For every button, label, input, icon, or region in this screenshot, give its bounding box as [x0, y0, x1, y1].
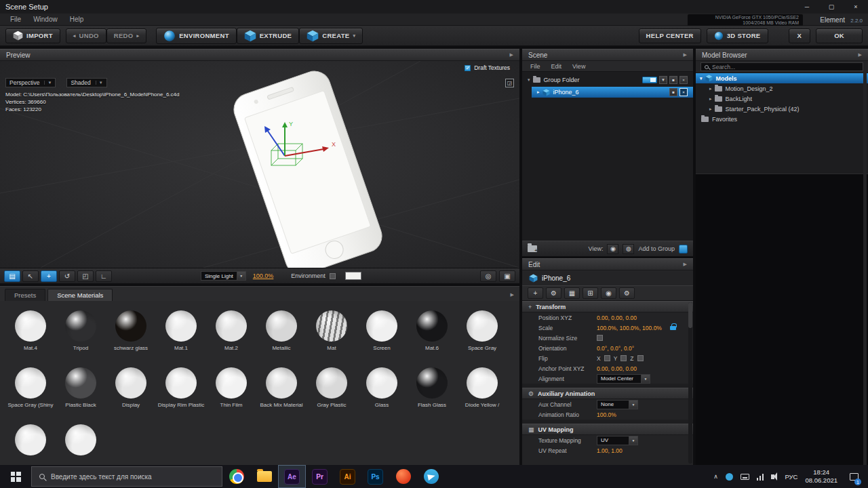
- material-sphere[interactable]: [15, 310, 46, 342]
- chevron-down-icon[interactable]: ▼: [659, 76, 667, 84]
- volume-icon[interactable]: [771, 474, 774, 479]
- material-item[interactable]: schwarz glass: [106, 310, 156, 351]
- normalize-size-checkbox[interactable]: [597, 335, 603, 341]
- telegram-tray-icon[interactable]: [726, 473, 733, 481]
- material-item[interactable]: Space Gray (Shiny: [5, 367, 56, 408]
- materials-menu-icon[interactable]: ▶: [511, 292, 514, 298]
- scene-menu-view[interactable]: View: [572, 63, 585, 70]
- material-item[interactable]: Mat.1: [156, 310, 206, 351]
- draft-textures-checkbox[interactable]: ✓: [465, 65, 471, 71]
- material-sphere[interactable]: [15, 367, 46, 399]
- draft-textures-toggle[interactable]: ✓ Draft Textures: [465, 64, 510, 71]
- flip-z-checkbox[interactable]: [637, 355, 644, 361]
- aux-section-header[interactable]: ⚙Auxiliary Animation: [522, 388, 693, 399]
- environment-button[interactable]: ENVIRONMENT: [156, 28, 237, 44]
- premiere-app-button[interactable]: Pr: [306, 465, 334, 488]
- anchor-values[interactable]: 0.00, 0.00, 0.00: [597, 365, 637, 372]
- material-item[interactable]: Diode Yellow /: [457, 367, 507, 408]
- light-intensity-value[interactable]: 100.0%: [253, 272, 274, 279]
- chrome-app-button[interactable]: [222, 465, 250, 488]
- menu-help[interactable]: Help: [64, 16, 90, 23]
- shaded-view-icon[interactable]: ◉: [607, 244, 618, 254]
- material-sphere[interactable]: [416, 310, 448, 342]
- tree-row-starter-pack[interactable]: ▸ Starter_Pack_Physical (42): [696, 104, 868, 114]
- cancel-button[interactable]: X: [789, 28, 811, 43]
- material-sphere[interactable]: [65, 310, 96, 342]
- keyboard-icon[interactable]: [741, 474, 749, 480]
- solo-icon[interactable]: ■: [669, 76, 677, 84]
- material-sphere[interactable]: [115, 367, 146, 399]
- tree-row-motion-design[interactable]: ▸ Motion_Design_2: [696, 83, 868, 94]
- material-sphere[interactable]: [65, 367, 96, 399]
- tree-row-models[interactable]: ▾ Models: [696, 73, 868, 83]
- shading-mode-dropdown[interactable]: Shaded▼: [66, 78, 106, 87]
- menu-window[interactable]: Window: [27, 16, 64, 23]
- material-item[interactable]: Plastic Black: [56, 367, 106, 408]
- rotate-tool-icon[interactable]: ↺: [59, 270, 75, 282]
- material-item[interactable]: Mat.2: [206, 310, 256, 351]
- fullscreen-preview-icon[interactable]: ▣: [499, 270, 515, 282]
- orientation-values[interactable]: 0.0°, 0.0°, 0.0°: [597, 345, 634, 352]
- material-item[interactable]: [5, 424, 56, 459]
- material-item[interactable]: Mat: [307, 310, 357, 351]
- flip-y-checkbox[interactable]: [620, 355, 627, 361]
- collapsed-arrow-icon[interactable]: ▸: [709, 86, 712, 92]
- material-item[interactable]: Gray Plastic: [307, 367, 357, 408]
- tree-row-iphone6[interactable]: ▸ iPhone_6 ■ ×: [532, 87, 693, 98]
- material-sphere[interactable]: [316, 367, 347, 399]
- store-button[interactable]: 3D STORE: [707, 28, 768, 43]
- material-sphere[interactable]: [15, 424, 46, 455]
- material-sphere[interactable]: [266, 367, 297, 399]
- notification-center-button[interactable]: 1: [845, 465, 863, 488]
- texture-mapping-dropdown[interactable]: UV▼: [597, 436, 638, 445]
- menu-file[interactable]: File: [4, 16, 27, 23]
- uv-repeat-values[interactable]: 1.00, 1.00: [597, 447, 623, 454]
- alignment-dropdown[interactable]: Model Center▼: [597, 374, 650, 384]
- language-indicator[interactable]: РУС: [785, 473, 797, 481]
- viewport-display-icon[interactable]: ▤: [4, 270, 20, 282]
- material-item[interactable]: Mat.4: [5, 310, 56, 351]
- scene-menu-icon[interactable]: ▶: [684, 52, 687, 58]
- orbit-center-icon[interactable]: ◎: [480, 270, 496, 282]
- create-button[interactable]: CREATE ▾: [299, 28, 363, 44]
- material-sphere[interactable]: [366, 367, 397, 399]
- preview-menu-icon[interactable]: ▶: [510, 52, 513, 58]
- material-item[interactable]: Glass: [357, 367, 407, 408]
- expand-arrow-icon[interactable]: ▸: [537, 89, 540, 95]
- expand-arrow-icon[interactable]: ▾: [700, 76, 703, 81]
- delete-icon[interactable]: ×: [679, 76, 688, 84]
- import-button[interactable]: IMPORT: [5, 28, 60, 43]
- telegram-app-button[interactable]: [417, 465, 445, 488]
- material-item[interactable]: Tripod: [56, 310, 106, 351]
- scale-lock-icon[interactable]: [670, 326, 676, 330]
- material-item[interactable]: Space Gray: [457, 310, 507, 351]
- tree-row-backlight[interactable]: ▸ BackLight: [696, 94, 868, 104]
- axis-tool-icon[interactable]: ∟: [96, 270, 112, 282]
- scene-menu-edit[interactable]: Edit: [551, 63, 562, 70]
- ok-button[interactable]: OK: [816, 28, 863, 43]
- add-to-group-button[interactable]: [679, 245, 688, 253]
- aux-channel-dropdown[interactable]: None▼: [597, 400, 638, 409]
- tab-scene-materials[interactable]: Scene Materials: [47, 289, 113, 301]
- start-button[interactable]: [0, 465, 31, 488]
- environment-checkbox[interactable]: [330, 273, 336, 279]
- tree-row-favorites[interactable]: Favorites: [696, 114, 868, 124]
- material-item[interactable]: Display Rim Plastic: [156, 367, 206, 408]
- material-sphere[interactable]: [467, 310, 498, 342]
- clock[interactable]: 18:24 08.06.2021: [805, 468, 837, 485]
- material-item[interactable]: Display: [106, 367, 156, 408]
- new-group-icon[interactable]: [528, 245, 537, 252]
- flip-x-checkbox[interactable]: [604, 355, 610, 361]
- red-circle-app-button[interactable]: [389, 465, 417, 488]
- expand-arrow-icon[interactable]: ▾: [528, 77, 530, 83]
- transform-section-header[interactable]: +Transform: [522, 301, 693, 312]
- photoshop-app-button[interactable]: Ps: [361, 465, 389, 488]
- maximize-icon[interactable]: ▢: [819, 0, 844, 14]
- visibility-toggle[interactable]: [642, 77, 657, 83]
- camera-mode-dropdown[interactable]: Perspective▼: [5, 78, 56, 87]
- delete-icon[interactable]: ×: [679, 88, 688, 96]
- animation-ratio-value[interactable]: 100.0%: [597, 411, 616, 418]
- collapsed-arrow-icon[interactable]: ▸: [709, 96, 712, 102]
- select-tool-icon[interactable]: ↖: [22, 270, 39, 282]
- material-sphere[interactable]: [216, 310, 247, 342]
